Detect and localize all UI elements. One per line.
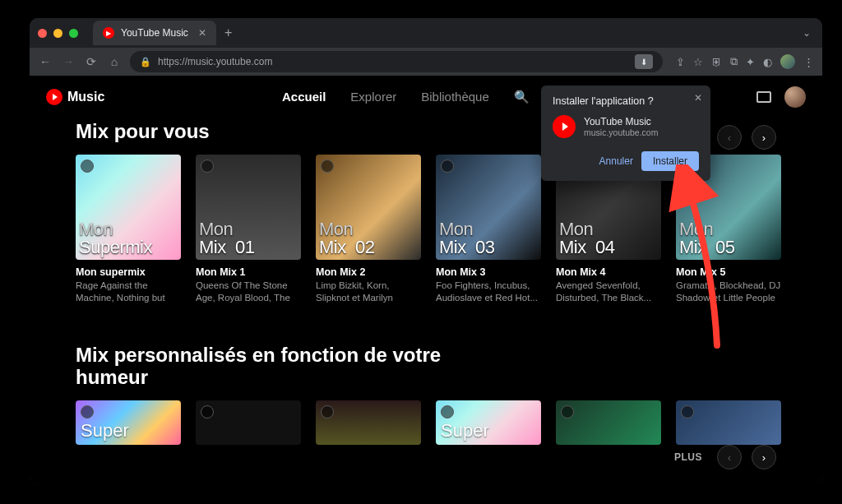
maximize-window-button[interactable] <box>69 29 78 38</box>
toolbar: ← → ⟳ ⌂ 🔒 https://music.youtube.com ⬇ ⇪ … <box>30 48 822 76</box>
mix-overlay-label: Mon Mix 01 <box>199 220 298 257</box>
mix-thumbnail: Mon Mix 02 <box>316 155 421 260</box>
badge-icon <box>201 405 214 418</box>
carousel-prev-button-2[interactable]: ‹ <box>717 445 742 469</box>
mix-thumbnail: Mon Mix 01 <box>196 155 301 260</box>
toolbar-icons: ⇪ ☆ ⛨ ⧉ ✦ ◐ ⋮ <box>676 54 814 69</box>
mood-card[interactable] <box>196 400 301 445</box>
popup-actions: Annuler Installer <box>553 151 699 171</box>
mood-thumbnail: Super <box>436 400 541 445</box>
shield-icon[interactable]: ⛨ <box>711 56 722 68</box>
install-app-icon[interactable]: ⬇ <box>635 54 653 69</box>
carousel-controls-1: ‹ › <box>717 125 776 150</box>
badge-icon <box>201 160 214 173</box>
popup-close-button[interactable]: ✕ <box>694 92 702 104</box>
mood-overlay-label: Super <box>81 420 129 442</box>
nav-explore[interactable]: Explorer <box>350 90 396 104</box>
mix-card[interactable]: Mon Mix 03Mon Mix 3Foo Fighters, Incubus… <box>436 155 541 304</box>
logo-text: Music <box>67 90 104 104</box>
install-app-popup: ✕ Installer l'application ? YouTube Musi… <box>541 86 710 181</box>
close-window-button[interactable] <box>38 29 47 38</box>
badge-icon <box>321 405 334 418</box>
mood-card[interactable]: Super <box>76 400 181 445</box>
share-icon[interactable]: ⇪ <box>676 56 685 68</box>
address-bar[interactable]: 🔒 https://music.youtube.com ⬇ <box>130 51 663 72</box>
browser-menu-button[interactable]: ⋮ <box>803 56 814 68</box>
mix-card[interactable]: Mon Mix 02Mon Mix 2Limp Bizkit, Korn, Sl… <box>316 155 421 304</box>
mix-card-subtitle: Gramatik, Blockhead, DJ Shadow et Little… <box>676 280 781 304</box>
main-nav: Accueil Explorer Bibliothèque 🔍 Re <box>282 90 570 104</box>
search-icon[interactable]: 🔍 <box>514 90 530 104</box>
mix-card[interactable]: Mon SupermixMon supermixRage Against the… <box>76 155 181 304</box>
mix-thumbnail: Mon Supermix <box>76 155 181 260</box>
mood-thumbnail <box>556 400 661 445</box>
mix-card-subtitle: Foo Fighters, Incubus, Audioslave et Red… <box>436 280 541 304</box>
browser-tab[interactable]: ▶ YouTube Music ✕ <box>93 21 216 45</box>
mix-card-title: Mon Mix 3 <box>436 266 541 278</box>
badge-icon <box>321 160 334 173</box>
badge-icon <box>561 405 574 418</box>
mix-overlay-label: Mon Mix 02 <box>319 220 418 257</box>
page-viewport: Music Accueil Explorer Bibliothèque 🔍 Re… <box>30 76 822 484</box>
reload-button[interactable]: ⟳ <box>84 55 99 68</box>
badge-icon <box>81 160 94 173</box>
mix-overlay-label: Mon Mix 04 <box>559 220 658 257</box>
minimize-window-button[interactable] <box>53 29 62 38</box>
browser-window: ▶ YouTube Music ✕ + ⌄ ← → ⟳ ⌂ 🔒 https://… <box>30 18 822 484</box>
user-avatar[interactable] <box>784 86 806 108</box>
carousel-prev-button[interactable]: ‹ <box>717 125 742 150</box>
window-menu-button[interactable]: ⌄ <box>803 27 811 39</box>
mix-overlay-label: Mon Supermix <box>79 220 178 257</box>
carousel-next-button[interactable]: › <box>752 125 776 150</box>
puzzle-icon[interactable]: ✦ <box>746 56 755 68</box>
popup-app-name: YouTube Music <box>584 116 658 127</box>
cast-icon[interactable] <box>756 91 771 103</box>
mix-card[interactable]: Mon Mix 01Mon Mix 1Queens Of The Stone A… <box>196 155 301 304</box>
popup-title: Installer l'application ? <box>553 95 699 107</box>
back-button[interactable]: ← <box>38 55 53 68</box>
bookmark-icon[interactable]: ☆ <box>693 56 703 68</box>
popup-app-row: YouTube Music music.youtube.com <box>553 115 699 138</box>
install-button[interactable]: Installer <box>641 151 699 171</box>
mix-card-title: Mon Mix 4 <box>556 266 661 278</box>
section-title-mood: Mix personnalisés en fonction de votre h… <box>76 344 487 389</box>
close-tab-button[interactable]: ✕ <box>198 27 206 39</box>
mood-thumbnail: Super <box>76 400 181 445</box>
mix-card-title: Mon supermix <box>76 266 181 278</box>
popup-app-url: music.youtube.com <box>584 127 658 137</box>
carousel-next-button-2[interactable]: › <box>752 445 776 469</box>
youtube-music-favicon-icon: ▶ <box>103 27 114 39</box>
play-icon <box>46 89 62 105</box>
extension-icon-2[interactable]: ◐ <box>763 56 772 68</box>
mood-card[interactable] <box>316 400 421 445</box>
mood-thumbnail <box>196 400 301 445</box>
extension-icon[interactable]: ⧉ <box>730 55 738 68</box>
mood-card[interactable] <box>556 400 661 445</box>
new-tab-button[interactable]: + <box>224 25 232 40</box>
mix-overlay-label: Mon Mix 03 <box>439 220 538 257</box>
mood-card[interactable]: Super <box>436 400 541 445</box>
youtube-music-app-icon <box>553 115 576 138</box>
header-right <box>756 86 806 108</box>
forward-button[interactable]: → <box>61 55 76 68</box>
tab-title: YouTube Music <box>121 27 188 39</box>
youtube-music-logo[interactable]: Music <box>46 89 104 105</box>
nav-home[interactable]: Accueil <box>282 90 326 104</box>
cancel-button[interactable]: Annuler <box>599 155 633 167</box>
mood-card[interactable] <box>676 400 781 445</box>
badge-icon <box>441 160 454 173</box>
mix-thumbnail: Mon Mix 03 <box>436 155 541 260</box>
mix-card-title: Mon Mix 5 <box>676 266 781 278</box>
more-link[interactable]: PLUS <box>674 451 702 463</box>
mood-thumbnail <box>316 400 421 445</box>
mix-card-title: Mon Mix 1 <box>196 266 301 278</box>
carousel-controls-2: PLUS ‹ › <box>674 445 776 469</box>
home-button[interactable]: ⌂ <box>107 55 122 68</box>
lock-icon: 🔒 <box>140 57 151 67</box>
mood-overlay-label: Super <box>441 420 489 442</box>
profile-avatar-icon[interactable] <box>780 54 795 69</box>
window-controls <box>38 29 78 38</box>
mood-card-row: SuperSuper <box>76 400 776 445</box>
nav-library[interactable]: Bibliothèque <box>421 90 489 104</box>
badge-icon <box>681 405 694 418</box>
